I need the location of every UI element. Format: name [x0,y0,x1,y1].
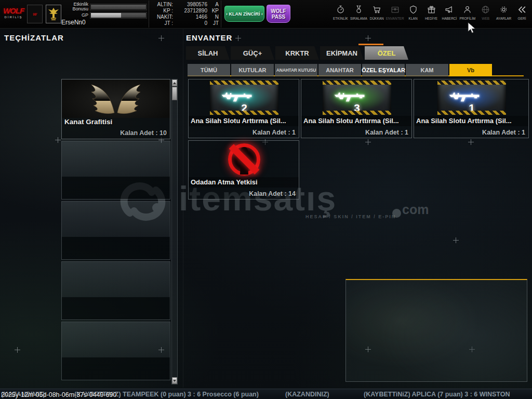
subtab-anahtar[interactable]: ANAHTAR [318,64,361,76]
nav-geri[interactable]: GERİ [513,3,531,27]
plus-marker [468,139,474,145]
mini-wolf-icon: W [33,12,37,17]
status-bar: (KAZANDINIZ) (KAYBETTiNiZ) TEAMPEEK (0 p… [0,389,532,399]
weapon-slot-tile: 1 [437,81,506,115]
nav-klan[interactable]: KLAN [404,3,422,27]
etkinlik-bonus-progressbar [90,4,147,10]
nav-profilim[interactable]: PROFİLİM [458,3,476,27]
detail-preview-panel [345,279,527,382]
left-panel-title: TEÇHİZATLAR [4,33,64,42]
no-entry-person-icon [227,142,261,177]
inventory-item-kick-permission[interactable]: Odadan Atma Yetkisi Kalan Adet : 14 [188,140,299,200]
weapon-slot-tile: 2 [210,81,278,115]
scroll-up-button[interactable] [172,79,177,86]
nav-dukkan[interactable]: DÜKKAN [368,3,386,27]
jt-value: 0 [173,20,207,26]
gift-icon [427,5,436,15]
cart-icon [372,5,382,15]
subtab-kam[interactable]: KAM [406,64,448,76]
etkinlik-bonusu-label: EtkinlikBonusu [60,2,88,11]
nav-etkinlik[interactable]: ETKİNLİK [331,3,350,27]
inventory-subtabs: TÜMÜ KUTULAR ANAHTAR KUTUSU ANAHTAR ÖZEL… [188,64,492,76]
inventory-item-weapon-slot-1[interactable]: 1 Ana Silah Slotu Arttırma (Sil... Kalan… [414,79,529,138]
scroll-down-button[interactable] [172,377,177,384]
nav-web[interactable]: WEB [476,3,495,27]
match-result-3: (KAZANDINIZ) [285,391,329,398]
back-chevrons-icon [517,5,527,15]
nav-envanter[interactable]: ENVANTER [386,3,404,27]
currency-row-kp: KP : 23712890 KP [151,8,219,14]
currency-row-nakit: NAKİT: 1466 N [151,14,219,20]
item-name: Ana Silah Slotu Arttırma (Sil... [301,116,411,126]
slot-number: 2 [210,102,278,114]
game-screen: WOLF DİRİLİŞ W EtkinlikBonusu GP ErseNn0… [0,0,532,399]
inventory-item-weapon-slot-2[interactable]: 2 Ana Silah Slotu Arttırma (Sil... Kalan… [188,79,299,138]
gp-label: GP [60,13,88,18]
panel-divider [183,29,183,388]
chest-icon [390,5,400,15]
subtab-ozel-esyalar[interactable]: ÖZEL EŞYALAR [362,64,405,76]
tab-krktr[interactable]: KRKTR [275,46,319,60]
clan-badge: W [27,5,43,23]
nav-haberci[interactable]: HABERCİ [440,3,458,27]
currency-panel: ALTIN: 3980576 A KP : 23712890 KP NAKİT:… [149,1,221,28]
item-name: Ana Silah Slotu Arttırma (Sil... [189,116,299,126]
plus-marker [453,237,459,243]
subtab-vb[interactable]: Vb [449,64,492,76]
nav-siralama[interactable]: SIRALAMA [350,3,368,27]
altin-value: 3980576 [173,2,207,8]
item-name: Odadan Atma Yetkisi [189,177,299,188]
top-nav: ETKİNLİK SIRALAMA DÜKKAN ENVANTER KLAN H… [331,3,531,27]
empty-equipment-slot [61,322,170,380]
empty-equipment-slot [61,141,170,200]
wings-image [62,79,170,118]
equipment-scrollbar[interactable] [171,79,178,384]
match-result-4: (KAYBETTiNiZ) APLICA (7 puan) 3 : 6 WINS… [364,391,510,398]
plus-marker [365,35,371,41]
plus-marker [158,35,164,41]
gear-icon [499,5,509,15]
watermark-tagline: HESAP / SKIN / ITEM / E-PIN [305,214,396,219]
top-bar: WOLF DİRİLİŞ W EtkinlikBonusu GP ErseNn0… [0,0,532,29]
item-remaining: Kalan Adet : 1 [482,129,525,136]
weapon-slot-tile: 3 [323,81,391,115]
gp-fill [91,13,121,18]
kp-value: 23712890 [173,8,207,14]
item-remaining: Kalan Adet : 1 [252,129,296,136]
active-tab-marker [358,44,383,45]
username: ErseNn0 [61,19,86,26]
nav-ayarlar[interactable]: AYARLAR [495,3,513,27]
item-remaining: Kalan Adet : 1 [365,129,408,136]
rank-eagle-badge [46,5,61,23]
plus-marker [235,35,241,41]
watermark-tld: com [402,202,429,217]
tab-ekipman[interactable]: EKİPMAN [320,46,364,60]
gp-progressbar [90,12,147,18]
shield-icon [408,5,418,15]
kick-icon-wrap [222,141,266,178]
wolf-dirilis-logo: WOLF DİRİLİŞ [2,6,25,19]
klan-zinciri-button[interactable]: › KLAN ZİNCİRİ ‹ [224,6,264,22]
eagle-emblem-icon [47,6,60,22]
wolf-pass-button[interactable]: WOLF PASS [267,5,290,23]
subtab-anahtar-kutusu[interactable]: ANAHTAR KUTUSU [275,64,317,76]
item-remaining: Kalan Adet : 14 [249,190,296,197]
nav-hediye[interactable]: HEDİYE [422,3,441,27]
item-name: Ana Silah Slotu Arttırma (Sil... [414,116,528,126]
plus-marker [55,137,61,143]
plus-marker [365,139,371,145]
tab-ozel[interactable]: ÖZEL [365,46,408,60]
empty-equipment-slot [61,261,170,320]
subtab-tumu[interactable]: TÜMÜ [188,64,230,76]
subtab-kutular[interactable]: KUTULAR [231,64,274,76]
scrollbar-thumb[interactable] [172,87,177,100]
equipment-list: Kanat Grafitisi Kalan Adet : 10 [61,79,170,382]
inventory-tabs: SİLAH GÜÇ+ KRKTR EKİPMAN ÖZEL [186,46,408,60]
slot-number: 3 [323,102,391,114]
equipment-item-kanat-grafitisi[interactable]: Kanat Grafitisi Kalan Adet : 10 [61,79,170,139]
person-icon [462,5,472,15]
inventory-item-weapon-slot-3[interactable]: 3 Ana Silah Slotu Arttırma (Sil... Kalan… [301,79,412,138]
tab-silah[interactable]: SİLAH [186,46,230,60]
tab-guc[interactable]: GÜÇ+ [231,46,274,60]
logo-subtitle: DİRİLİŞ [2,16,25,19]
